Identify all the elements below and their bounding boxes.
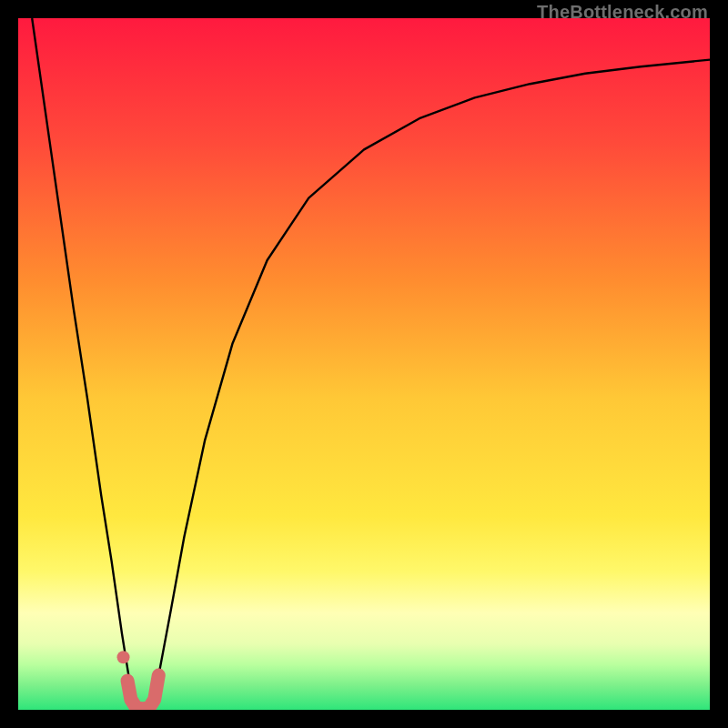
- marker-dot-upper: [117, 651, 130, 663]
- chart-svg: [18, 18, 710, 710]
- chart-plot-area: [18, 18, 710, 710]
- outer-frame: TheBottleneck.com: [0, 0, 728, 728]
- chart-background: [18, 18, 710, 710]
- marker-dot-lower: [121, 674, 134, 687]
